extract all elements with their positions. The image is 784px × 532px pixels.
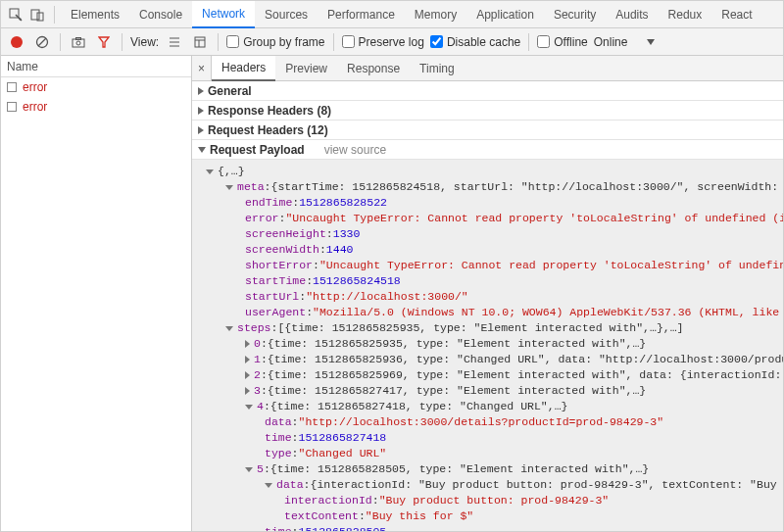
tab-audits[interactable]: Audits: [606, 1, 658, 28]
chevron-right-icon: [198, 87, 204, 95]
chevron-down-icon: [265, 483, 272, 488]
section-request-payload[interactable]: Request Payload view source: [192, 140, 783, 160]
view-list-icon[interactable]: [165, 32, 184, 52]
svg-rect-11: [195, 37, 205, 47]
tab-security[interactable]: Security: [544, 1, 606, 28]
view-frames-icon[interactable]: [190, 32, 210, 52]
payload-line[interactable]: type: "Changed URL": [192, 446, 783, 461]
payload-line[interactable]: screenHeight: 1330: [192, 226, 783, 242]
payload-line[interactable]: 5: {time: 1512865828505, type: "Element …: [192, 461, 783, 477]
details-tab-response[interactable]: Response: [337, 56, 410, 81]
filter-icon[interactable]: [94, 32, 114, 52]
chevron-down-icon: [225, 185, 233, 190]
tab-sources[interactable]: Sources: [255, 1, 318, 28]
details-tab-preview[interactable]: Preview: [275, 56, 337, 81]
view-label: View:: [130, 35, 159, 49]
payload-line[interactable]: meta: {startTime: 1512865824518, startUr…: [192, 179, 783, 195]
payload-line[interactable]: error: "Uncaught TypeError: Cannot read …: [192, 211, 783, 226]
record-button[interactable]: [7, 32, 26, 52]
payload-line[interactable]: time: 1512865828505: [192, 524, 783, 531]
payload-line[interactable]: data: "http://localhost:3000/details?pro…: [192, 414, 783, 430]
section-request-headers[interactable]: Request Headers (12): [192, 121, 783, 140]
payload-line[interactable]: {,…}: [192, 164, 783, 179]
section-general[interactable]: General: [192, 81, 783, 101]
tabs-separator: [54, 6, 55, 24]
payload-line[interactable]: 2: {time: 1512865825969, type: "Element …: [192, 367, 783, 383]
payload-line[interactable]: time: 1512865827418: [192, 430, 783, 446]
group-by-frame-checkbox[interactable]: Group by frame: [226, 35, 324, 49]
chevron-right-icon: [245, 387, 250, 395]
capture-screenshot-icon[interactable]: [69, 32, 88, 52]
payload-line[interactable]: 3: {time: 1512865827417, type: "Element …: [192, 383, 783, 399]
tab-memory[interactable]: Memory: [405, 1, 466, 28]
chevron-down-icon: [225, 326, 233, 331]
payload-line[interactable]: interactionId: "Buy product button: prod…: [192, 493, 783, 508]
offline-checkbox[interactable]: Offline: [537, 35, 587, 49]
details-tab-headers[interactable]: Headers: [212, 56, 275, 81]
view-source-link[interactable]: view source: [324, 143, 386, 157]
tab-elements[interactable]: Elements: [61, 1, 129, 28]
svg-rect-5: [73, 39, 84, 47]
throttling-label[interactable]: Online: [594, 35, 628, 49]
payload-line[interactable]: endTime: 1512865828522: [192, 195, 783, 211]
chevron-down-icon: [245, 467, 253, 472]
inspect-icon[interactable]: [5, 4, 26, 25]
chevron-right-icon: [245, 340, 250, 348]
request-list-pane: Name errorerror: [1, 56, 192, 531]
file-icon: [7, 82, 17, 92]
svg-point-6: [76, 41, 80, 45]
device-toolbar-icon[interactable]: [26, 4, 48, 25]
payload-line[interactable]: 4: {time: 1512865827418, type: "Changed …: [192, 399, 783, 414]
preserve-log-checkbox[interactable]: Preserve log: [342, 35, 424, 49]
chevron-down-icon: [206, 169, 214, 174]
tab-console[interactable]: Console: [129, 1, 192, 28]
file-icon: [7, 102, 17, 112]
section-response-headers[interactable]: Response Headers (8): [192, 101, 783, 121]
payload-line[interactable]: startTime: 1512865824518: [192, 273, 783, 289]
chevron-right-icon: [198, 107, 204, 115]
payload-line[interactable]: startUrl: "http://localhost:3000/": [192, 289, 783, 305]
close-icon[interactable]: ×: [192, 56, 212, 81]
tab-application[interactable]: Application: [466, 1, 544, 28]
request-name: error: [23, 100, 47, 114]
payload-line[interactable]: 0: {time: 1512865825935, type: "Element …: [192, 336, 783, 352]
payload-line[interactable]: steps: [{time: 1512865825935, type: "Ele…: [192, 320, 783, 336]
payload-line[interactable]: screenWidth: 1440: [192, 242, 783, 258]
chevron-down-icon: [245, 405, 253, 410]
throttling-dropdown-icon[interactable]: [641, 32, 661, 52]
devtools-main-tabs: ElementsConsoleNetworkSourcesPerformance…: [1, 1, 783, 28]
details-tab-timing[interactable]: Timing: [410, 56, 465, 81]
payload-line[interactable]: userAgent: "Mozilla/5.0 (Windows NT 10.0…: [192, 305, 783, 320]
svg-rect-1: [31, 10, 39, 20]
clear-icon[interactable]: [32, 32, 52, 52]
payload-tree[interactable]: {,…}meta: {startTime: 1512865824518, sta…: [192, 160, 783, 531]
details-tabs: × HeadersPreviewResponseTiming: [192, 56, 783, 81]
payload-line[interactable]: textContent: "Buy this for $": [192, 508, 783, 524]
request-name: error: [23, 80, 47, 94]
network-toolbar: View: Group by frame Preserve log Disabl…: [1, 28, 783, 56]
disable-cache-checkbox[interactable]: Disable cache: [430, 35, 520, 49]
tab-redux[interactable]: Redux: [659, 1, 712, 28]
payload-line[interactable]: data: {interactionId: "Buy product butto…: [192, 477, 783, 493]
chevron-right-icon: [198, 126, 204, 134]
request-row[interactable]: error: [1, 77, 191, 97]
payload-line[interactable]: shortError: "Uncaught TypeError: Cannot …: [192, 258, 783, 273]
tab-react[interactable]: React: [711, 1, 761, 28]
tab-performance[interactable]: Performance: [318, 1, 405, 28]
chevron-down-icon: [198, 147, 206, 153]
payload-line[interactable]: 1: {time: 1512865825936, type: "Changed …: [192, 352, 783, 367]
chevron-right-icon: [245, 371, 250, 379]
request-details-pane: × HeadersPreviewResponseTiming General R…: [192, 56, 783, 531]
tab-network[interactable]: Network: [192, 1, 255, 28]
chevron-right-icon: [245, 356, 250, 363]
request-row[interactable]: error: [1, 97, 191, 117]
request-list-header-name[interactable]: Name: [1, 56, 191, 77]
svg-line-4: [38, 38, 46, 46]
